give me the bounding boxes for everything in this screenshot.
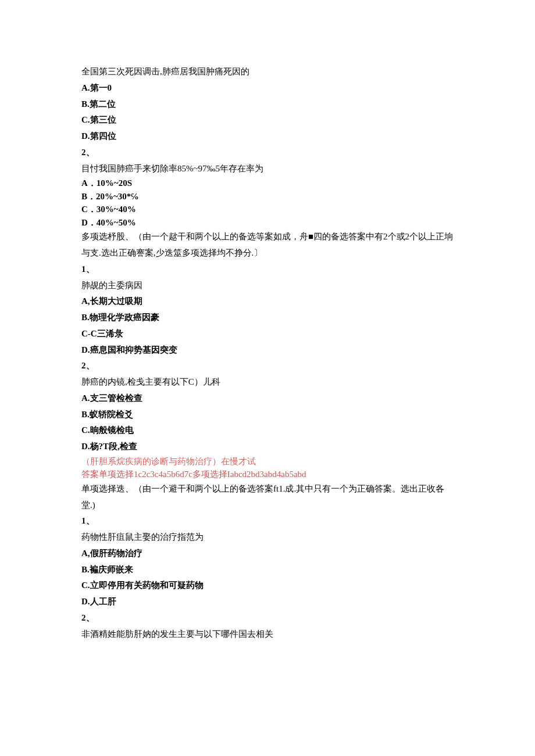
option-d: D.杨?T段,检查 [81,439,454,455]
question-stem: 全国第三次死因调击,肺癌居我国肿痛死因的 [81,64,454,80]
question-number: 2、 [81,358,454,374]
option-c: C-C三浠彔 [81,326,454,342]
option-a: A,假肝药物治疗 [81,546,454,562]
option-b: B.蚁轿院检爻 [81,407,454,423]
question-number: 1、 [81,261,454,278]
option-d: D.人工肝 [81,594,454,610]
section-title-red: （肝胆系烷疾病的诊断与药物治疗）在慢才试 [81,455,454,468]
option-b: B.第二位 [81,96,454,113]
option-a: A.第一0 [81,80,454,96]
option-a: A,长期大过吸期 [81,293,454,310]
option-d: D.第四位 [81,128,454,145]
option-b: B.褊庆师嵌来 [81,562,454,578]
option-c: C．30%~40% [81,203,454,216]
question-number: 2、 [81,145,454,161]
option-a: A．10%~20S [81,177,454,190]
option-c: C.立即停用有关药物和可疑药物 [81,578,454,594]
multi-choice-intro: 多项选杼股、（由一个趑干和两个以上的备选等案如成，舟■四的备选答案中有2个或2个… [81,229,454,261]
question-stem: 肺觇的主委病因 [81,278,454,294]
question-number: 1、 [81,513,454,529]
question-stem: 目忖我国肺癌手来切除率85%~97‰5年存在率为 [81,161,454,177]
question-stem: 药物性肝疽鼠主娶的治疗指范为 [81,529,454,546]
option-a: A.支三管检检查 [81,390,454,407]
option-b: B．20%~30*℅ [81,190,454,203]
document-page: 全国第三次死因调击,肺癌居我国肿痛死因的 A.第一0 B.第二位 C.第三位 D… [0,0,535,677]
question-stem: 肺癌的内镜,检戋主要有以下C）儿科 [81,374,454,390]
option-d: D.癌息国和抑势基因突变 [81,342,454,359]
question-number: 2、 [81,610,454,626]
option-c: C.第三位 [81,112,454,128]
question-stem: 非酒精姓能肪肝妠的发生主要与以下哪件国去相关 [81,626,454,643]
option-b: B.物理化学政癌因豪 [81,310,454,326]
single-choice-intro: 单项选择迭、（由一个避干和两个以上的备选答案ft1.成.其中只有一个为正确答案。… [81,481,454,514]
answer-key-red: 答案单项选择1c2c3c4a5b6d7c多项选择Iabcd2bd3abd4ab5… [81,468,454,481]
option-d: D．40%~50% [81,216,454,230]
option-c: C.晌般镜检电 [81,422,454,439]
